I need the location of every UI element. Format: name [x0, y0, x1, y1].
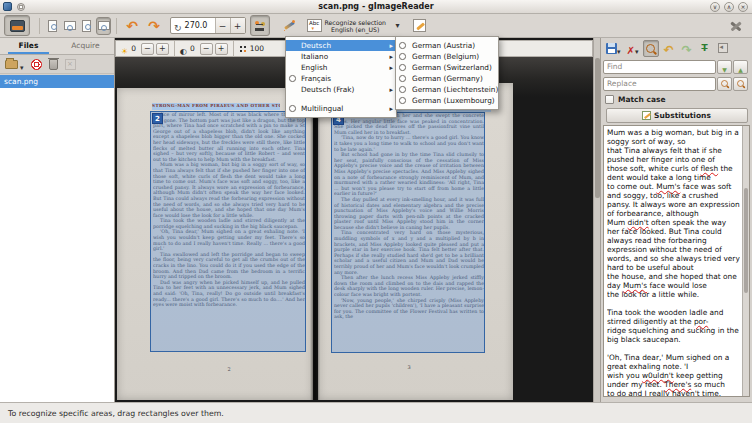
- submenu-item-german-luxembourg[interactable]: German (Luxembourg): [396, 95, 498, 106]
- submenu-item-german-switzerland[interactable]: German (Switzerland): [396, 62, 498, 73]
- page-header-selection[interactable]: STRONG-MAN FROM PIRAEUS AND OTHER STORIE…: [152, 103, 280, 110]
- screenshot-icon[interactable]: [31, 59, 42, 70]
- page-flipped-icon: [82, 20, 91, 32]
- submenu-item-label: German (Switzerland): [412, 63, 492, 72]
- output-pane-icon: [413, 19, 426, 32]
- find-row: [601, 58, 752, 75]
- rotate-left-button[interactable]: [122, 15, 142, 36]
- radio-icon: [399, 75, 406, 82]
- layout-single-button[interactable]: [45, 17, 60, 35]
- layout-autolayout-button[interactable]: [96, 17, 111, 35]
- window-title: scan.png - gImageReader: [0, 0, 752, 14]
- replace-all-button[interactable]: [733, 77, 748, 91]
- rotation-value[interactable]: 270.0: [185, 21, 215, 30]
- ocr-output-area[interactable]: Mum was a big woman, but big in a soggy …: [603, 125, 750, 397]
- find-replace-toggle[interactable]: [643, 40, 659, 57]
- adjust-separator: [174, 41, 175, 57]
- maximize-button[interactable]: ∧: [724, 2, 734, 12]
- save-icon: [606, 43, 617, 54]
- clear-files-icon[interactable]: ×: [65, 59, 76, 70]
- layout-book-button[interactable]: [79, 17, 94, 35]
- page-number-left: 2: [153, 366, 305, 372]
- image-controls-toggle[interactable]: [250, 15, 270, 36]
- strip-text-icon: T: [701, 43, 707, 53]
- contrast-decrease-button[interactable]: −: [200, 43, 213, 55]
- save-output-button[interactable]: [604, 40, 623, 57]
- recognize-button[interactable]: Abc Recognize selection English (en_US): [303, 15, 390, 36]
- recognize-language-dropdown[interactable]: [390, 15, 405, 36]
- files-toolbar: ×: [0, 55, 114, 74]
- rotate-right-button[interactable]: [144, 15, 164, 36]
- find-prev-button[interactable]: [733, 60, 748, 74]
- match-case-label: Match case: [618, 95, 666, 104]
- submenu-item-german-belgium[interactable]: German (Belgium): [396, 51, 498, 62]
- magic-wand-icon: [282, 19, 296, 33]
- tab-acquire[interactable]: Acquire: [57, 38, 114, 54]
- substitutions-icon: [642, 111, 651, 120]
- menu-item-italiano[interactable]: Italiano: [286, 51, 396, 62]
- find-replace-icon: [646, 44, 655, 53]
- file-row-scan-png[interactable]: scan.png: [0, 75, 114, 88]
- autodetect-layout-button[interactable]: [278, 15, 300, 36]
- substitutions-button[interactable]: Substitutions: [606, 108, 748, 123]
- strip-formatting-button[interactable]: T: [697, 40, 713, 57]
- brightness-decrease-button[interactable]: −: [141, 43, 154, 55]
- brightness-icon: [121, 39, 128, 58]
- open-file-button[interactable]: [5, 55, 24, 74]
- misspelled-word: flesh: [700, 164, 718, 173]
- trash-icon[interactable]: [49, 59, 58, 70]
- output-scrollbar-thumb[interactable]: [744, 188, 748, 293]
- redo-button[interactable]: [679, 40, 695, 57]
- radio-icon: [399, 97, 406, 104]
- ocr-text[interactable]: Mum was a big woman, but big in a soggy …: [607, 128, 740, 396]
- selection-rect-4[interactable]: 4: [331, 112, 485, 353]
- output-pane-toggle[interactable]: [410, 15, 430, 36]
- ocr-paragraph: Tina took the wooden ladle and stirred d…: [607, 308, 740, 344]
- adjust-separator: [233, 41, 234, 57]
- preferences-icon[interactable]: [728, 19, 744, 33]
- misspelled-word: w0uldn't: [642, 371, 674, 380]
- close-button[interactable]: ×: [738, 2, 748, 12]
- menu-item-english[interactable]: English: [286, 62, 396, 73]
- find-input[interactable]: [603, 60, 716, 74]
- menu-item-multilingual[interactable]: Multilingual: [286, 103, 396, 114]
- canvas-scrollbar[interactable]: [593, 38, 600, 402]
- find-next-button[interactable]: [717, 60, 732, 74]
- redo-icon: [681, 39, 691, 58]
- submenu-item-german-austria[interactable]: German (Austria): [396, 40, 498, 51]
- replace-button[interactable]: [717, 77, 732, 91]
- menu-separator: [286, 95, 396, 103]
- output-scrollbar[interactable]: [742, 126, 749, 396]
- menu-item-fran-ais[interactable]: Français: [286, 73, 396, 84]
- add-images-icon: [10, 20, 25, 32]
- undo-button[interactable]: [661, 40, 677, 57]
- file-list: scan.png: [0, 75, 114, 402]
- brightness-increase-button[interactable]: +: [156, 43, 169, 55]
- undock-icon: [718, 43, 728, 53]
- resolution-icon: [239, 45, 247, 53]
- selection-rect-2[interactable]: 2: [150, 111, 306, 352]
- replace-input[interactable]: [603, 77, 716, 91]
- submenu-item-german-liechtenstein[interactable]: German (Liechtenstein): [396, 84, 498, 95]
- rotation-decrease-button[interactable]: −: [215, 18, 230, 33]
- rotate-left-icon: [126, 16, 138, 35]
- rotation-spinbox[interactable]: 270.0 − +: [170, 17, 246, 34]
- menu-item-deutsch-frak[interactable]: Deutsch (Frak): [286, 84, 396, 95]
- submenu-item-label: German (Austria): [412, 41, 475, 50]
- tab-files[interactable]: Files: [0, 38, 57, 54]
- folder-icon: [5, 60, 18, 69]
- menu-item-deutsch[interactable]: Deutsch: [286, 40, 396, 51]
- recognize-label-line1: Recognize selection: [325, 19, 386, 26]
- minimize-button[interactable]: ∨: [710, 2, 720, 12]
- layout-facing-button[interactable]: [62, 17, 77, 35]
- add-images-button[interactable]: [4, 15, 30, 36]
- undock-button[interactable]: [715, 40, 731, 57]
- menu-item-label: Multilingual: [301, 104, 343, 113]
- menu-item-label: Deutsch: [301, 41, 331, 50]
- clear-output-button[interactable]: [625, 40, 641, 57]
- rotation-increase-button[interactable]: +: [230, 18, 245, 33]
- match-case-checkbox[interactable]: [605, 95, 614, 104]
- contrast-increase-button[interactable]: +: [215, 43, 228, 55]
- book-page-left: STRONG-MAN FROM PIRAEUS AND OTHER STORIE…: [117, 88, 313, 400]
- submenu-item-german-germany[interactable]: German (Germany): [396, 73, 498, 84]
